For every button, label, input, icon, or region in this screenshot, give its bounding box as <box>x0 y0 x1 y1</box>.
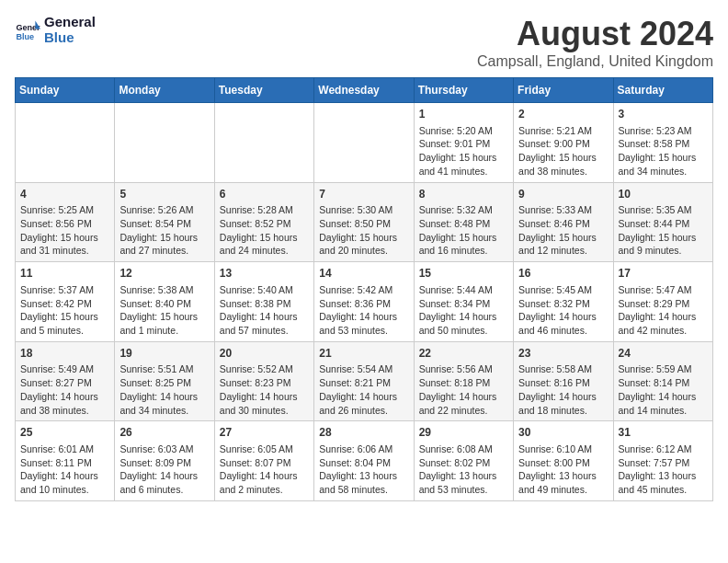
day-info: Sunset: 8:27 PM <box>20 376 109 390</box>
day-info: Daylight: 14 hours <box>319 310 408 324</box>
day-info: and 22 minutes. <box>419 404 508 418</box>
day-number: 14 <box>319 266 408 282</box>
day-number: 16 <box>518 266 608 282</box>
day-number: 10 <box>619 187 708 202</box>
day-info: and 24 minutes. <box>220 244 309 258</box>
day-info: and 49 minutes. <box>518 483 608 497</box>
day-info: and 58 minutes. <box>319 483 408 497</box>
subtitle: Campsall, England, United Kingdom <box>477 53 713 70</box>
day-number: 28 <box>319 425 408 441</box>
day-info: Sunrise: 6:06 AM <box>319 442 408 456</box>
day-info: Daylight: 15 hours <box>419 151 508 165</box>
day-info: Sunset: 8:07 PM <box>220 456 309 470</box>
calendar-cell: 22Sunrise: 5:56 AMSunset: 8:18 PMDayligh… <box>414 341 513 421</box>
day-info: Sunrise: 5:52 AM <box>220 362 309 376</box>
day-info: Sunrise: 5:47 AM <box>619 283 708 297</box>
title-block: August 2024 Campsall, England, United Ki… <box>477 15 713 70</box>
calendar-cell: 13Sunrise: 5:40 AMSunset: 8:38 PMDayligh… <box>214 262 313 342</box>
logo-line1: General <box>44 15 96 30</box>
calendar-cell: 5Sunrise: 5:26 AMSunset: 8:54 PMDaylight… <box>115 182 214 262</box>
day-info: Daylight: 14 hours <box>119 390 209 404</box>
day-info: and 20 minutes. <box>319 244 408 258</box>
calendar-cell: 17Sunrise: 5:47 AMSunset: 8:29 PMDayligh… <box>613 262 712 342</box>
header-day-friday: Friday <box>514 78 613 103</box>
calendar-cell <box>115 103 214 183</box>
day-info: Sunrise: 5:20 AM <box>419 124 508 138</box>
day-info: Daylight: 14 hours <box>518 390 608 404</box>
day-info: Sunset: 8:18 PM <box>419 376 508 390</box>
header-day-wednesday: Wednesday <box>314 78 414 103</box>
calendar-cell: 19Sunrise: 5:51 AMSunset: 8:25 PMDayligh… <box>115 341 214 421</box>
day-info: Sunrise: 6:12 AM <box>619 442 708 456</box>
day-info: and 30 minutes. <box>220 404 309 418</box>
day-number: 30 <box>518 425 608 441</box>
day-info: Sunrise: 5:56 AM <box>419 362 508 376</box>
day-info: Sunrise: 5:40 AM <box>220 283 309 297</box>
calendar-table: SundayMondayTuesdayWednesdayThursdayFrid… <box>15 77 713 501</box>
day-info: and 38 minutes. <box>20 404 109 418</box>
calendar-cell: 4Sunrise: 5:25 AMSunset: 8:56 PMDaylight… <box>16 182 115 262</box>
day-info: Daylight: 15 hours <box>619 231 708 245</box>
day-info: Sunset: 8:58 PM <box>619 137 708 151</box>
day-info: Sunset: 8:32 PM <box>518 297 608 311</box>
calendar-cell: 26Sunrise: 6:03 AMSunset: 8:09 PMDayligh… <box>115 421 214 501</box>
day-info: Sunrise: 5:44 AM <box>419 283 508 297</box>
calendar-cell: 11Sunrise: 5:37 AMSunset: 8:42 PMDayligh… <box>16 262 115 342</box>
header-day-thursday: Thursday <box>414 78 513 103</box>
day-info: Sunrise: 5:23 AM <box>619 124 708 138</box>
day-number: 17 <box>619 266 708 282</box>
calendar-week-4: 18Sunrise: 5:49 AMSunset: 8:27 PMDayligh… <box>16 341 713 421</box>
day-info: Daylight: 15 hours <box>20 310 109 324</box>
day-info: Sunrise: 5:35 AM <box>619 203 708 217</box>
day-info: Sunrise: 5:42 AM <box>319 283 408 297</box>
day-info: Sunrise: 6:05 AM <box>220 442 309 456</box>
logo: General Blue General Blue <box>15 15 96 45</box>
day-number: 19 <box>119 346 209 362</box>
day-number: 26 <box>119 425 209 441</box>
calendar-cell <box>214 103 313 183</box>
day-info: and 27 minutes. <box>119 244 209 258</box>
day-info: Daylight: 14 hours <box>619 310 708 324</box>
day-info: Daylight: 15 hours <box>518 151 608 165</box>
calendar-cell: 15Sunrise: 5:44 AMSunset: 8:34 PMDayligh… <box>414 262 513 342</box>
calendar-week-3: 11Sunrise: 5:37 AMSunset: 8:42 PMDayligh… <box>16 262 713 342</box>
calendar-header-row: SundayMondayTuesdayWednesdayThursdayFrid… <box>16 78 713 103</box>
day-info: Sunset: 8:21 PM <box>319 376 408 390</box>
day-info: and 6 minutes. <box>119 483 209 497</box>
day-info: Sunrise: 5:54 AM <box>319 362 408 376</box>
day-info: Daylight: 14 hours <box>220 390 309 404</box>
calendar-cell: 14Sunrise: 5:42 AMSunset: 8:36 PMDayligh… <box>314 262 414 342</box>
day-info: Sunset: 8:09 PM <box>119 456 209 470</box>
day-info: Sunset: 7:57 PM <box>619 456 708 470</box>
main-title: August 2024 <box>477 15 713 53</box>
day-info: and 41 minutes. <box>419 165 508 178</box>
day-number: 23 <box>518 346 608 362</box>
day-info: Sunrise: 5:21 AM <box>518 124 608 138</box>
day-info: and 5 minutes. <box>20 324 109 338</box>
day-info: Sunrise: 5:45 AM <box>518 283 608 297</box>
day-number: 15 <box>419 266 508 282</box>
day-info: Sunrise: 5:37 AM <box>20 283 109 297</box>
day-info: Sunrise: 5:49 AM <box>20 362 109 376</box>
day-info: Daylight: 14 hours <box>319 390 408 404</box>
day-info: and 16 minutes. <box>419 244 508 258</box>
day-info: Daylight: 14 hours <box>619 390 708 404</box>
day-number: 21 <box>319 346 408 362</box>
calendar-cell: 23Sunrise: 5:58 AMSunset: 8:16 PMDayligh… <box>514 341 613 421</box>
day-info: Sunset: 8:46 PM <box>518 217 608 231</box>
day-info: Daylight: 14 hours <box>20 469 109 483</box>
day-number: 4 <box>20 187 109 202</box>
day-number: 9 <box>518 187 608 202</box>
day-info: Daylight: 13 hours <box>619 469 708 483</box>
calendar-cell: 21Sunrise: 5:54 AMSunset: 8:21 PMDayligh… <box>314 341 414 421</box>
header-day-tuesday: Tuesday <box>214 78 313 103</box>
day-info: Sunset: 8:23 PM <box>220 376 309 390</box>
day-number: 7 <box>319 187 408 202</box>
day-info: and 18 minutes. <box>518 404 608 418</box>
day-info: Sunset: 8:40 PM <box>119 297 209 311</box>
day-info: Sunset: 8:44 PM <box>619 217 708 231</box>
calendar-cell: 27Sunrise: 6:05 AMSunset: 8:07 PMDayligh… <box>214 421 313 501</box>
day-number: 27 <box>220 425 309 441</box>
day-info: and 38 minutes. <box>518 165 608 178</box>
logo-icon: General Blue <box>15 17 40 43</box>
